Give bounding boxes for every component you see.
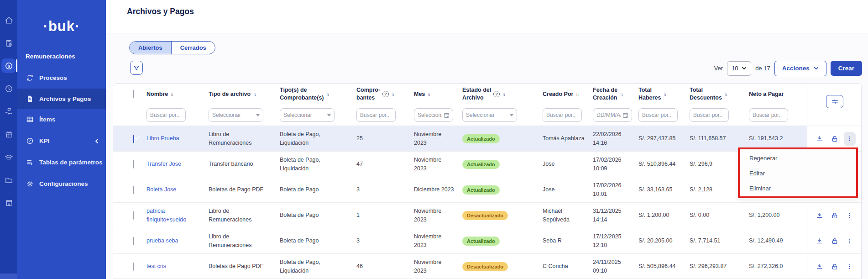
download-icon[interactable] [814, 260, 826, 274]
filter-creado-por-input[interactable]: Buscar por.. [543, 108, 582, 122]
row-name-link[interactable]: Libro Prueba [145, 134, 207, 142]
filter-nombre-input[interactable]: Buscar por.. [146, 108, 186, 122]
clipboard-clock-icon[interactable] [1, 36, 16, 50]
chevron-left-icon[interactable] [94, 138, 99, 144]
filter-tipos-comprobante-select[interactable]: Seleccionar [280, 108, 335, 122]
lock-icon[interactable] [829, 132, 841, 146]
filter-comprobantes-input[interactable]: Buscar por.. [356, 108, 396, 122]
table-row: patricia finiquito+sueldo Libro de Remun… [113, 203, 807, 228]
sort-icon[interactable]: ↑↓ [502, 92, 505, 97]
row-context-menu: Regenerar Editar Eliminar [738, 147, 858, 198]
sidebar-item-configuraciones[interactable]: Configuraciones [17, 173, 106, 195]
cell-mes: Noviembre 2023 [413, 156, 461, 172]
filter-total-haberes-input[interactable]: Buscar por.. [638, 108, 678, 122]
lock-icon[interactable] [829, 209, 841, 222]
tab-abiertos[interactable]: Abiertos [130, 42, 172, 54]
chevron-down-icon [742, 66, 747, 71]
download-icon[interactable] [814, 132, 826, 146]
row-name-link[interactable]: prueba seba [145, 237, 207, 245]
row-actions [807, 228, 862, 254]
filter-estado-select[interactable]: Seleccionar [462, 108, 517, 122]
row-name-link[interactable]: Boleta Jose [145, 185, 207, 194]
folder-icon[interactable] [1, 173, 16, 187]
filter-total-descuentos-input[interactable]: Buscar por.. [690, 108, 729, 122]
sidebar-item-kpi[interactable]: KPI [17, 130, 106, 152]
cell-comprobantes: 3 [355, 185, 413, 194]
clock-icon[interactable] [1, 81, 16, 96]
home-icon[interactable] [1, 13, 16, 27]
menu-item-eliminar[interactable]: Eliminar [740, 181, 856, 196]
sidebar-item-tablas-de-parametros[interactable]: Tablas de parámetros [17, 152, 106, 173]
gift-icon[interactable] [1, 127, 16, 142]
filter-button[interactable] [130, 61, 143, 75]
col-tipo-archivo[interactable]: Tipo de archivo [209, 90, 251, 98]
sort-icon[interactable]: ↑↓ [620, 92, 622, 97]
cell-total-haberes: S/. 510,896.44 [637, 160, 688, 168]
row-name-link[interactable]: patricia finiquito+sueldo [145, 207, 207, 223]
sidebar-item-label: Archivos y Pagos [39, 95, 91, 102]
menu-item-regenerar[interactable]: Regenerar [740, 151, 856, 166]
col-tipos-comprobante[interactable]: Tipo(s) de Comprobante(s) [280, 86, 324, 102]
filter-tipo-archivo-select[interactable]: Seleccionar [209, 108, 263, 122]
menu-item-editar[interactable]: Editar [740, 166, 856, 181]
tab-cerrados[interactable]: Cerrados [172, 42, 215, 54]
kebab-menu-icon[interactable] [844, 260, 856, 274]
col-fecha-creacion[interactable]: Fecha de Creación [593, 86, 617, 102]
col-comprobantes[interactable]: Compro- bantes [356, 86, 380, 102]
calendar-icon [622, 112, 628, 118]
filter-mes-datepicker[interactable]: Seleccionar [414, 108, 453, 122]
table-row: Boleta Jose Boletas de Pago PDF Boleta d… [113, 177, 807, 203]
page-size-select[interactable]: 10 [727, 61, 751, 76]
column-settings-button[interactable] [826, 95, 843, 108]
sort-icon[interactable]: ↑↓ [663, 92, 666, 97]
help-icon[interactable] [382, 91, 389, 97]
sidebar-item-items[interactable]: Ítems [17, 109, 106, 130]
table-scroll-area: Nombre↑↓ Tipo de archivo↑↓ Tipo(s) de Co… [113, 84, 807, 279]
row-checkbox[interactable] [133, 135, 134, 143]
lock-icon[interactable] [829, 260, 841, 274]
money-icon[interactable]: $ [1, 58, 16, 73]
col-mes[interactable]: Mes [414, 90, 425, 98]
col-total-haberes[interactable]: Total Haberes [638, 86, 661, 102]
download-icon[interactable] [814, 234, 826, 248]
col-creado-por[interactable]: Creado Por [543, 90, 573, 98]
list-add-icon [26, 158, 34, 167]
kebab-menu-icon[interactable] [844, 132, 856, 146]
row-checkbox[interactable] [133, 237, 134, 245]
sidebar-item-procesos[interactable]: Procesos [17, 67, 106, 89]
acciones-button[interactable]: Acciones [774, 61, 826, 76]
cell-neto: S/. 191,543.2 [748, 134, 807, 142]
help-icon[interactable] [493, 91, 500, 97]
filter-fecha-datepicker[interactable]: DD/MM/AAAA [593, 108, 632, 122]
row-name-link[interactable]: Transfer Jose [145, 160, 207, 168]
row-name-link[interactable]: test cris [145, 262, 207, 270]
sort-icon[interactable]: ↑↓ [170, 92, 173, 97]
col-estado-archivo[interactable]: Estado del Archivo [462, 86, 491, 102]
sort-icon[interactable]: ↑↓ [427, 92, 430, 97]
lock-icon[interactable] [829, 234, 841, 248]
table-filter-row: Buscar por.. Seleccionar Seleccionar Bus… [113, 105, 807, 126]
col-total-descuentos[interactable]: Total Descuentos [690, 86, 722, 102]
crear-button[interactable]: Crear [831, 61, 862, 76]
row-checkbox[interactable] [133, 186, 134, 194]
row-checkbox[interactable] [133, 211, 134, 220]
sort-icon[interactable]: ↑↓ [575, 92, 578, 97]
row-checkbox[interactable] [133, 160, 134, 168]
sort-icon[interactable]: ↑↓ [253, 92, 256, 97]
filter-neto-input[interactable]: Buscar por.. [749, 108, 788, 122]
kebab-menu-icon[interactable] [844, 234, 856, 248]
graduation-cap-icon[interactable] [1, 150, 16, 164]
col-nombre[interactable]: Nombre [146, 90, 168, 98]
sort-icon[interactable]: ↑↓ [391, 92, 394, 97]
cell-tipo-archivo: Transfer bancario [207, 160, 278, 168]
col-neto-a-pagar[interactable]: Neto a Pagar [749, 90, 784, 98]
sort-icon[interactable]: ↑↓ [724, 92, 727, 97]
storefront-icon[interactable] [1, 195, 16, 210]
download-icon[interactable] [814, 209, 826, 222]
kebab-menu-icon[interactable] [844, 209, 856, 222]
hand-heart-icon[interactable] [1, 104, 16, 119]
row-checkbox[interactable] [133, 263, 134, 271]
sidebar-item-archivos-y-pagos[interactable]: s Archivos y Pagos [17, 89, 106, 109]
select-all-checkbox[interactable] [133, 90, 134, 98]
sort-icon[interactable]: ↑↓ [326, 92, 329, 97]
